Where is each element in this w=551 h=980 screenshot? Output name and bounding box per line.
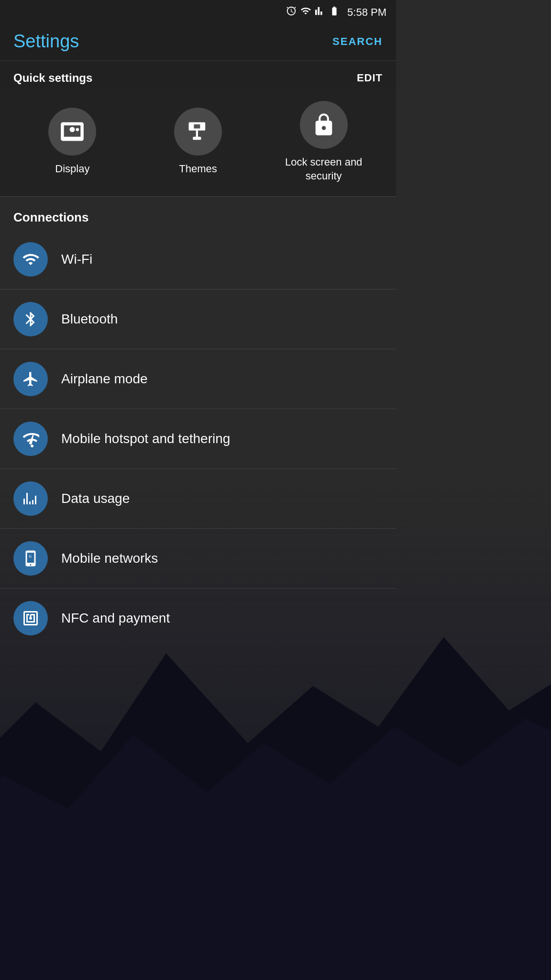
tile-display-label: Display <box>55 162 89 176</box>
airplane-label: Airplane mode <box>61 371 148 387</box>
battery-icon <box>329 6 340 19</box>
app-bar: Settings SEARCH <box>0 22 396 61</box>
data-usage-menu-icon <box>22 490 39 507</box>
data-usage-label: Data usage <box>61 491 130 506</box>
svg-rect-3 <box>196 131 198 137</box>
menu-item-data-usage[interactable]: Data usage <box>0 469 396 528</box>
hotspot-icon-circle <box>13 422 48 456</box>
wifi-status-icon <box>300 6 311 19</box>
svg-rect-4 <box>193 137 201 140</box>
tile-themes-icon <box>174 108 222 156</box>
connections-section-header: Connections <box>0 197 396 230</box>
nfc-label: NFC and payment <box>61 611 170 626</box>
menu-item-nfc[interactable]: NFC and payment <box>0 589 396 648</box>
edit-button[interactable]: EDIT <box>357 72 383 84</box>
tile-display-icon <box>48 108 96 156</box>
menu-item-wifi[interactable]: Wi-Fi <box>0 230 396 289</box>
mobile-networks-icon-circle <box>13 541 48 576</box>
status-bar: 5:58 PM <box>0 0 396 22</box>
wifi-icon-circle <box>13 242 48 277</box>
lock-icon <box>311 112 336 137</box>
svg-point-0 <box>76 128 79 132</box>
status-icons <box>286 6 340 19</box>
tile-lockscreen-icon <box>300 101 348 149</box>
menu-item-hotspot[interactable]: Mobile hotspot and tethering <box>0 409 396 468</box>
wifi-menu-icon <box>22 251 39 268</box>
wifi-label: Wi-Fi <box>61 252 92 267</box>
menu-item-bluetooth[interactable]: Bluetooth <box>0 290 396 349</box>
menu-item-airplane[interactable]: Airplane mode <box>0 349 396 409</box>
quick-settings-header: Quick settings EDIT <box>0 61 396 89</box>
hotspot-menu-icon <box>22 430 39 447</box>
bluetooth-label: Bluetooth <box>61 312 118 327</box>
display-icon <box>60 119 85 144</box>
tile-display[interactable]: Display <box>29 108 115 176</box>
mobile-networks-menu-icon <box>22 550 39 567</box>
app-title: Settings <box>13 31 79 52</box>
hotspot-label: Mobile hotspot and tethering <box>61 431 230 446</box>
tile-themes[interactable]: Themes <box>155 108 241 176</box>
svg-rect-2 <box>194 124 200 129</box>
nfc-menu-icon <box>22 610 39 627</box>
menu-item-mobile-networks[interactable]: Mobile networks <box>0 529 396 588</box>
quick-tiles: Display Themes Lock screen <box>0 89 396 196</box>
data-usage-icon-circle <box>13 481 48 516</box>
status-time: 5:58 PM <box>347 6 386 19</box>
tile-themes-label: Themes <box>179 162 217 176</box>
nfc-icon-circle <box>13 601 48 635</box>
bluetooth-icon-circle <box>13 302 48 336</box>
airplane-icon-circle <box>13 362 48 396</box>
search-button[interactable]: SEARCH <box>332 35 383 48</box>
tile-lockscreen[interactable]: Lock screen and security <box>281 101 367 183</box>
themes-icon <box>186 119 210 144</box>
quick-settings-title: Quick settings <box>13 71 92 85</box>
alarm-icon <box>286 6 297 19</box>
airplane-menu-icon <box>22 370 39 388</box>
signal-icon <box>315 6 325 19</box>
bluetooth-menu-icon <box>22 311 39 328</box>
tile-lockscreen-label: Lock screen and security <box>281 156 367 183</box>
mobile-networks-label: Mobile networks <box>61 551 158 566</box>
